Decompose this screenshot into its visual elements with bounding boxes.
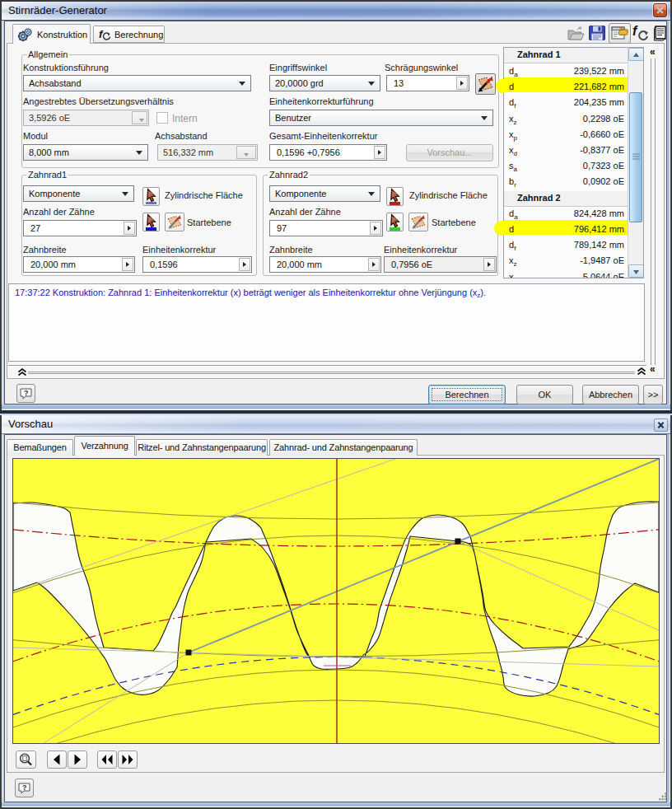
- svg-text:?: ?: [24, 389, 29, 397]
- svg-text:?: ?: [22, 783, 27, 792]
